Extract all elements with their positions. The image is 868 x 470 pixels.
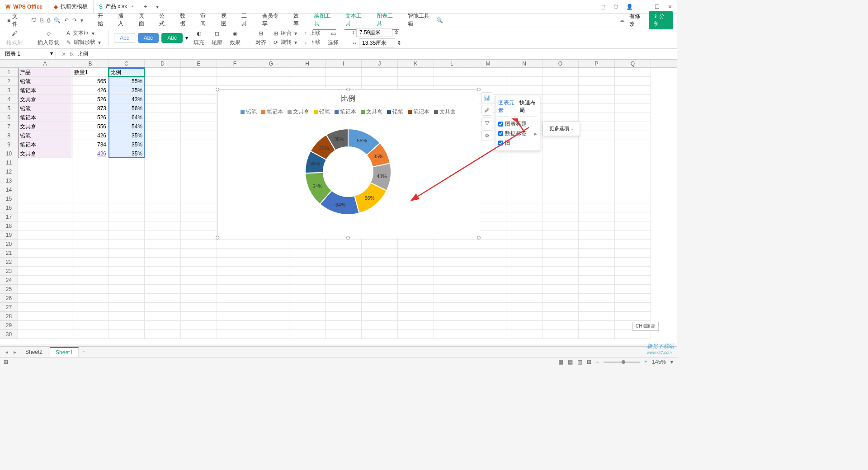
save-icon[interactable]: 🖫: [31, 17, 37, 24]
cell[interactable]: [253, 77, 289, 86]
cell[interactable]: [72, 330, 108, 339]
cell[interactable]: [108, 303, 145, 312]
cell[interactable]: [542, 77, 579, 86]
cell[interactable]: [181, 258, 217, 267]
cell[interactable]: [145, 194, 181, 203]
cell[interactable]: [145, 131, 181, 140]
cell[interactable]: [362, 68, 398, 77]
row-header[interactable]: 14: [0, 185, 18, 194]
export-icon[interactable]: ⎘: [40, 17, 43, 24]
cell[interactable]: [72, 185, 108, 194]
cell[interactable]: 笔记本: [18, 113, 72, 122]
cell[interactable]: [72, 194, 108, 203]
cell[interactable]: [542, 240, 579, 249]
cell[interactable]: 55%: [108, 77, 145, 86]
cube-icon[interactable]: ⬡: [613, 4, 618, 10]
popup-tab-layout[interactable]: 快速布局: [519, 99, 537, 114]
row-header[interactable]: 9: [0, 140, 18, 149]
cell[interactable]: [542, 230, 579, 240]
cell[interactable]: 35%: [108, 140, 145, 149]
cell[interactable]: [470, 276, 506, 285]
preview-icon[interactable]: 🔍: [54, 17, 61, 24]
cell[interactable]: [217, 303, 253, 312]
row-header[interactable]: 15: [0, 194, 18, 203]
tab-wps[interactable]: W WPS Office: [0, 0, 48, 13]
cell[interactable]: [18, 212, 72, 221]
style-preset-2[interactable]: Abc: [138, 33, 159, 43]
cell[interactable]: [326, 77, 362, 86]
cell[interactable]: [506, 321, 542, 330]
edit-shape-button[interactable]: ✎编辑形状▾: [65, 38, 103, 46]
insert-shape-button[interactable]: ◇ 插入形状: [36, 29, 61, 47]
cell[interactable]: [326, 258, 362, 267]
menu-会员专享[interactable]: 会员专享: [261, 10, 284, 30]
cell[interactable]: [542, 285, 579, 294]
width-stepper[interactable]: ⇕: [397, 40, 401, 46]
cell[interactable]: [579, 68, 615, 77]
cell[interactable]: [615, 330, 651, 339]
cell[interactable]: [181, 158, 217, 167]
cell[interactable]: [217, 267, 253, 276]
cell[interactable]: [615, 104, 651, 113]
maximize-button[interactable]: ☐: [655, 4, 660, 10]
row-header[interactable]: 23: [0, 267, 18, 276]
chart-settings-button[interactable]: ⚙: [481, 130, 492, 141]
cell[interactable]: [217, 68, 253, 77]
cell[interactable]: [615, 86, 651, 95]
col-header-F[interactable]: F: [217, 60, 253, 67]
cell[interactable]: [217, 258, 253, 267]
cell[interactable]: [72, 230, 108, 240]
cell[interactable]: 734: [72, 140, 108, 149]
cell[interactable]: [18, 303, 72, 312]
cell[interactable]: [615, 167, 651, 176]
cell[interactable]: [145, 212, 181, 221]
cell[interactable]: [145, 140, 181, 149]
cell[interactable]: [145, 285, 181, 294]
cell[interactable]: [434, 321, 470, 330]
cell[interactable]: [434, 249, 470, 258]
cell[interactable]: [615, 276, 651, 285]
cell[interactable]: [434, 240, 470, 249]
col-header-L[interactable]: L: [434, 60, 470, 67]
cell[interactable]: [181, 303, 217, 312]
cell[interactable]: [253, 303, 289, 312]
cell[interactable]: [542, 312, 579, 321]
cell[interactable]: [542, 113, 579, 122]
cell[interactable]: [181, 185, 217, 194]
legend-item[interactable]: 铅笔: [314, 108, 330, 116]
col-header-A[interactable]: A: [18, 60, 72, 67]
cell[interactable]: [615, 230, 651, 240]
cell[interactable]: [289, 276, 326, 285]
search-icon[interactable]: 🔍: [436, 17, 443, 24]
cell[interactable]: [362, 77, 398, 86]
cell[interactable]: [18, 203, 72, 212]
cell[interactable]: [217, 240, 253, 249]
chart-style-button[interactable]: 🖉: [481, 105, 492, 116]
cell[interactable]: [542, 330, 579, 339]
fx-label[interactable]: fx: [70, 51, 74, 57]
cell[interactable]: [615, 131, 651, 140]
cell[interactable]: [72, 158, 108, 167]
row-header[interactable]: 25: [0, 285, 18, 294]
cell[interactable]: [18, 285, 72, 294]
select-button[interactable]: ▭选择: [326, 29, 340, 47]
cell[interactable]: [289, 330, 326, 339]
cell[interactable]: [181, 86, 217, 95]
cell[interactable]: [470, 312, 506, 321]
cell[interactable]: [181, 113, 217, 122]
menu-数据[interactable]: 数据: [179, 10, 192, 30]
row-header[interactable]: 17: [0, 212, 18, 221]
cell[interactable]: [362, 312, 398, 321]
cell[interactable]: [579, 131, 615, 140]
cell[interactable]: [326, 330, 362, 339]
share-button[interactable]: ⇪ 分享: [649, 11, 673, 29]
legend-item[interactable]: 铅笔: [241, 108, 257, 116]
cell[interactable]: [289, 285, 326, 294]
cell[interactable]: 数量1: [72, 68, 108, 77]
cell[interactable]: [326, 294, 362, 303]
cell[interactable]: [506, 203, 542, 212]
cell[interactable]: 426: [72, 86, 108, 95]
cell[interactable]: [18, 312, 72, 321]
cell[interactable]: 比例: [108, 68, 145, 77]
cell[interactable]: [542, 86, 579, 95]
